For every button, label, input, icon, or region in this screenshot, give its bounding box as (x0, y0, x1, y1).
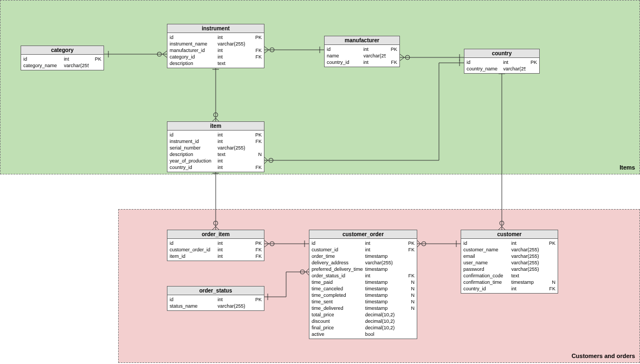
table-row: time_completedtimestampN (312, 292, 415, 298)
table-row: country_idintFK (463, 285, 555, 292)
entity-manufacturer[interactable]: manufacturer idintPK namevarchar(255) co… (324, 36, 400, 67)
table-row: manufacturer_idintFK (170, 47, 262, 54)
table-row: serial_numbervarchar(255) (170, 145, 262, 151)
table-row: category_namevarchar(255) (23, 62, 101, 69)
table-row: time_canceledtimestampN (312, 285, 415, 292)
table-row: time_paidtimestampN (312, 279, 415, 285)
table-row: customer_idintFK (312, 246, 415, 253)
table-row: country_namevarchar(255) (467, 66, 537, 72)
table-row: confirmation_codetext (463, 272, 555, 279)
table-row: discountdecimal(10,2) (312, 318, 415, 324)
table-row: idintPK (170, 34, 262, 41)
table-row: namevarchar(255) (327, 53, 397, 59)
table-row: customer_namevarchar(255) (463, 246, 555, 253)
table-row: category_idintFK (170, 54, 262, 60)
table-row: idintPK (463, 240, 555, 246)
table-row: emailvarchar(255) (463, 253, 555, 259)
table-row: delivery_addressvarchar(255) (312, 259, 415, 266)
table-row: final_pricedecimal(10,2) (312, 324, 415, 331)
table-row: order_status_idintFK (312, 272, 415, 279)
region-items: Items (0, 0, 640, 174)
table-row: idintPK (312, 240, 415, 246)
table-row: country_idintFK (327, 59, 397, 66)
entity-customer-title: customer (461, 230, 558, 239)
table-row: instrument_namevarchar(255) (170, 41, 262, 47)
entity-category[interactable]: category idintPK category_namevarchar(25… (21, 46, 104, 70)
table-row: item_idintFK (170, 253, 262, 259)
entity-customer-order-title: customer_order (309, 230, 417, 239)
table-row: idintPK (170, 240, 262, 246)
table-row: time_deliveredtimestampN (312, 305, 415, 311)
table-row: idintPK (23, 56, 101, 62)
entity-order-item-title: order_item (167, 230, 264, 239)
table-row: preferred_delivery_timetimestamp (312, 266, 415, 272)
entity-item[interactable]: item idintPK instrument_idintFK serial_n… (167, 121, 264, 172)
table-row: country_idintFK (170, 164, 262, 171)
entity-manufacturer-title: manufacturer (325, 36, 399, 45)
entity-country[interactable]: country idintPK country_namevarchar(255) (464, 49, 540, 74)
entity-customer-order[interactable]: customer_order idintPK customer_idintFK … (309, 230, 417, 339)
table-row: customer_order_idintFK (170, 246, 262, 253)
entity-order-status-title: order_status (167, 287, 264, 295)
table-row: user_namevarchar(255) (463, 259, 555, 266)
table-row: descriptiontextN (170, 151, 262, 158)
table-row: year_of_productionint (170, 158, 262, 164)
region-items-label: Items (619, 164, 635, 171)
table-row: confirmation_timetimestampN (463, 279, 555, 285)
region-orders-label: Customers and orders (572, 353, 635, 359)
table-row: order_timetimestamp (312, 253, 415, 259)
entity-customer[interactable]: customer idintPK customer_namevarchar(25… (461, 230, 558, 294)
table-row: status_namevarchar(255) (170, 303, 262, 309)
table-row: activebool (312, 331, 415, 337)
table-row: time_senttimestampN (312, 298, 415, 305)
entity-category-title: category (21, 46, 104, 55)
table-row: idintPK (170, 132, 262, 138)
table-row: descriptiontext (170, 60, 262, 67)
entity-country-title: country (464, 49, 539, 58)
table-row: total_pricedecimal(10,2) (312, 311, 415, 318)
table-row: idintPK (327, 46, 397, 53)
table-row: passwordvarchar(255) (463, 266, 555, 272)
entity-instrument[interactable]: instrument idintPK instrument_namevarcha… (167, 24, 264, 68)
entity-instrument-title: instrument (167, 24, 264, 33)
table-row: idintPK (467, 59, 537, 66)
entity-order-item[interactable]: order_item idintPK customer_order_idintF… (167, 230, 264, 261)
entity-order-status[interactable]: order_status idintPK status_namevarchar(… (167, 286, 264, 311)
table-row: instrument_idintFK (170, 138, 262, 145)
table-row: idintPK (170, 296, 262, 303)
entity-item-title: item (167, 122, 264, 131)
